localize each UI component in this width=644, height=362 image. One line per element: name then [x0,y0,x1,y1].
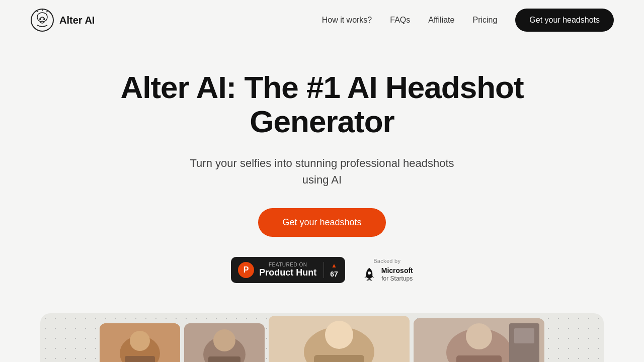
hero-subtitle: Turn your selfies into stunning professi… [181,155,463,188]
microsoft-badge[interactable]: Backed by Microsoft for Startups [361,258,413,282]
microsoft-sub: for Startups [381,275,413,282]
backed-by-label: Backed by [373,258,400,264]
svg-point-21 [466,323,492,349]
svg-rect-14 [208,356,240,362]
svg-rect-10 [125,356,155,362]
nav-pricing[interactable]: Pricing [472,16,497,25]
svg-point-17 [325,321,353,349]
svg-rect-22 [456,355,502,362]
nav-faqs[interactable]: FAQs [390,16,410,25]
photo-card-1 [100,323,180,362]
svg-point-9 [130,331,150,351]
navbar: Alter AI How it works? FAQs Affiliate Pr… [0,0,644,40]
photo-card-3 [269,316,410,362]
hero-title: Alter AI: The #1 AI Headshot Generator [96,70,548,139]
svg-point-13 [213,329,235,351]
product-hunt-upvotes: ▲ 67 [324,262,338,278]
photo-card-2 [184,323,265,362]
hero-cta-button[interactable]: Get your headshots [258,208,385,237]
upvote-count: 67 [330,270,338,278]
logo[interactable]: Alter AI [30,8,95,32]
upvote-arrow-icon: ▲ [331,262,337,269]
nav-links: How it works? FAQs Affiliate Pricing Get… [322,9,614,32]
hero-section: Alter AI: The #1 AI Headshot Generator T… [0,40,644,313]
microsoft-badge-inner: Microsoft for Startups [361,266,413,282]
product-hunt-featured-label: FEATURED ON [259,262,316,267]
nav-how-it-works[interactable]: How it works? [322,16,372,25]
bottom-photos-row [40,316,604,362]
logo-text: Alter AI [59,15,95,26]
nav-cta-button[interactable]: Get your headshots [515,9,614,32]
nav-affiliate[interactable]: Affiliate [428,16,454,25]
photo-card-4 [414,318,544,362]
microsoft-text-group: Microsoft for Startups [381,266,413,282]
svg-point-6 [368,272,371,275]
product-hunt-name: Product Hunt [259,267,316,278]
svg-point-1 [39,18,41,20]
svg-point-2 [43,18,45,20]
product-hunt-text-group: FEATURED ON Product Hunt [259,262,316,278]
product-hunt-badge[interactable]: P FEATURED ON Product Hunt ▲ 67 [231,257,345,283]
badges-row: P FEATURED ON Product Hunt ▲ 67 Backed b… [231,257,413,283]
product-hunt-icon: P [238,262,254,278]
microsoft-rocket-icon [361,266,377,282]
svg-rect-18 [314,355,364,362]
logo-icon [30,8,54,32]
microsoft-name: Microsoft [381,266,413,275]
bottom-photo-section [40,313,604,362]
svg-rect-24 [514,328,534,343]
